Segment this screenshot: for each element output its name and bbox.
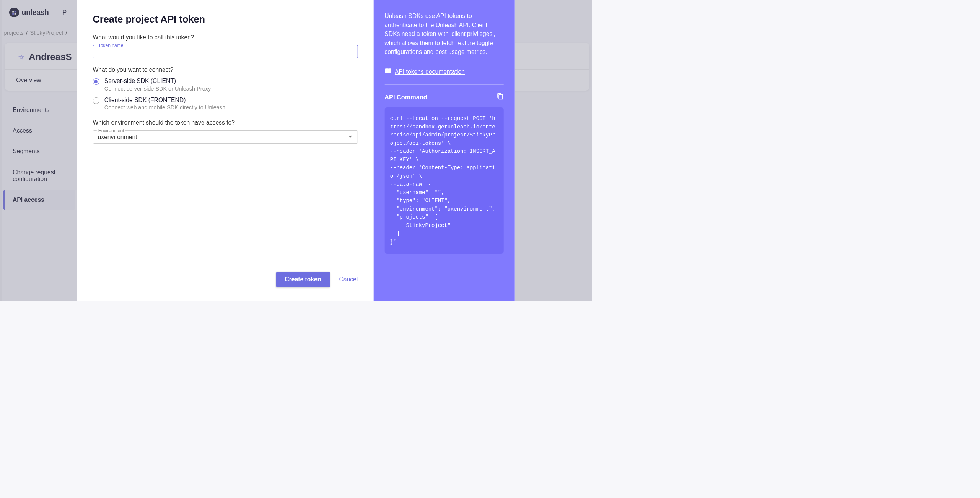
env-question: Which environment should the token have … — [93, 119, 358, 126]
environment-select[interactable]: Environment uxenvironment — [93, 130, 358, 144]
connect-question: What do you want to connect? — [93, 67, 358, 73]
chevron-down-icon — [348, 134, 353, 140]
api-command-header: API Command — [384, 93, 504, 102]
cancel-button[interactable]: Cancel — [339, 276, 358, 283]
api-command-title: API Command — [384, 94, 427, 101]
modal-title: Create project API token — [93, 14, 358, 25]
book-icon — [384, 68, 391, 76]
radio-client-sdk[interactable]: Client-side SDK (FRONTEND) Connect web a… — [93, 97, 358, 110]
modal-overlay[interactable]: Create project API token What would you … — [0, 0, 592, 301]
token-name-input[interactable] — [93, 45, 357, 58]
radio-icon — [93, 97, 99, 104]
api-tokens-doc-link[interactable]: API tokens documentation — [395, 68, 465, 75]
create-token-modal: Create project API token What would you … — [77, 0, 515, 301]
token-name-floating-label: Token name — [97, 43, 125, 48]
env-floating-label: Environment — [97, 128, 125, 133]
radio-client-title: Client-side SDK (FRONTEND) — [104, 97, 225, 104]
radio-icon — [93, 78, 99, 85]
token-name-question: What would you like to call this token? — [93, 34, 358, 41]
copy-icon[interactable] — [497, 93, 504, 102]
radio-client-desc: Connect web and mobile SDK directly to U… — [104, 104, 225, 110]
token-name-field-wrap: Token name — [93, 45, 358, 58]
modal-actions: Create token Cancel — [93, 272, 358, 292]
create-token-button[interactable]: Create token — [276, 272, 330, 287]
api-command-code[interactable]: curl --location --request POST 'https://… — [384, 107, 504, 254]
radio-server-sdk[interactable]: Server-side SDK (CLIENT) Connect server-… — [93, 78, 358, 91]
info-panel: Unleash SDKs use API tokens to authentic… — [373, 0, 515, 301]
env-selected-value: uxenvironment — [98, 134, 348, 141]
sdk-radio-group: Server-side SDK (CLIENT) Connect server-… — [93, 78, 358, 110]
doc-link-row: API tokens documentation — [384, 68, 504, 84]
info-description: Unleash SDKs use API tokens to authentic… — [384, 11, 504, 57]
radio-server-desc: Connect server-side SDK or Unleash Proxy — [104, 86, 211, 92]
radio-server-title: Server-side SDK (CLIENT) — [104, 78, 211, 84]
